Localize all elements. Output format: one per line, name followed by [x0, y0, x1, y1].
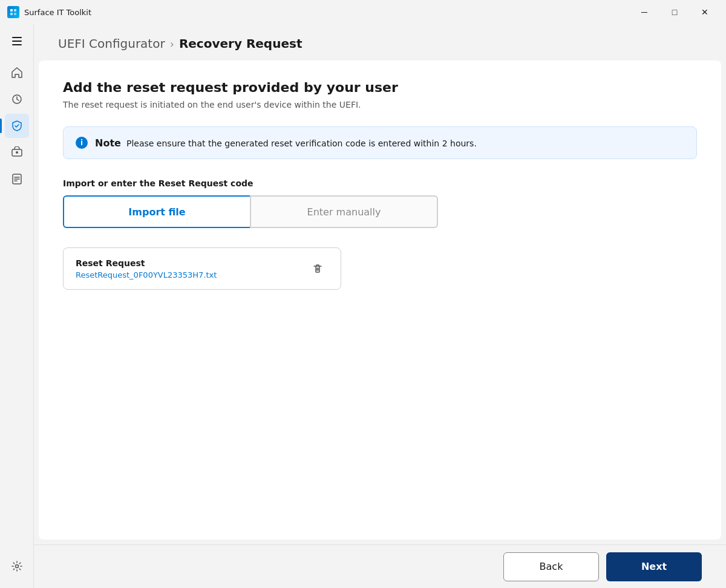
updates-icon: [11, 93, 23, 105]
sidebar-item-settings[interactable]: [5, 554, 29, 578]
svg-point-11: [15, 565, 18, 568]
minimize-button[interactable]: ─: [630, 2, 658, 22]
note-label: Note: [95, 137, 121, 149]
toggle-buttons: Import file Enter manually: [63, 195, 438, 228]
sidebar-item-home[interactable]: [5, 60, 29, 85]
home-icon: [11, 67, 23, 79]
sidebar-item-uefi[interactable]: [5, 114, 29, 138]
svg-point-6: [16, 151, 18, 154]
svg-rect-2: [10, 13, 13, 15]
deploy-icon: [11, 146, 23, 158]
sidebar-item-updates[interactable]: [5, 87, 29, 111]
footer: Back Next: [34, 544, 726, 588]
breadcrumb: UEFI Configurator › Recovery Request: [34, 24, 726, 60]
sidebar-nav: [5, 60, 29, 554]
reports-icon: [11, 173, 23, 185]
section-title: Add the reset request provided by your u…: [63, 80, 697, 95]
titlebar: Surface IT Toolkit ─ □ ✕: [0, 0, 726, 24]
svg-rect-1: [14, 9, 16, 11]
next-button[interactable]: Next: [606, 552, 702, 581]
file-title: Reset Request: [76, 258, 217, 268]
trash-icon: [312, 263, 324, 275]
close-button[interactable]: ✕: [691, 2, 719, 22]
breadcrumb-separator: ›: [170, 38, 174, 50]
sidebar-item-deploy[interactable]: [5, 140, 29, 165]
hamburger-line-3: [12, 44, 22, 45]
section-subtitle: The reset request is initiated on the en…: [63, 100, 697, 109]
gear-icon: [11, 560, 23, 572]
content-area: UEFI Configurator › Recovery Request Add…: [34, 24, 726, 588]
import-label: Import or enter the Reset Request code: [63, 178, 697, 188]
delete-button[interactable]: [307, 258, 329, 279]
hamburger-line-2: [12, 41, 22, 42]
main-layout: UEFI Configurator › Recovery Request Add…: [0, 24, 726, 588]
app-icon: [7, 6, 19, 18]
shield-icon: [11, 120, 23, 132]
file-card: Reset Request ResetRequest_0F00YVL23353H…: [63, 247, 341, 290]
back-button[interactable]: Back: [503, 552, 599, 581]
page-content: Add the reset request provided by your u…: [39, 60, 721, 540]
info-icon: i: [76, 137, 88, 149]
import-file-button[interactable]: Import file: [63, 195, 250, 228]
sidebar: [0, 24, 34, 588]
file-info: Reset Request ResetRequest_0F00YVL23353H…: [76, 258, 217, 279]
maximize-button[interactable]: □: [661, 2, 688, 22]
note-content: Note Please ensure that the generated re…: [95, 137, 477, 149]
sidebar-bottom: [5, 554, 29, 583]
breadcrumb-parent: UEFI Configurator: [58, 36, 165, 51]
enter-manually-button[interactable]: Enter manually: [250, 195, 438, 228]
hamburger-line-1: [12, 37, 22, 38]
titlebar-left: Surface IT Toolkit: [7, 6, 91, 18]
breadcrumb-current: Recovery Request: [179, 36, 302, 51]
svg-rect-3: [14, 13, 16, 15]
hamburger-menu[interactable]: [5, 29, 29, 53]
app-title: Surface IT Toolkit: [24, 8, 91, 17]
sidebar-item-reports[interactable]: [5, 167, 29, 191]
file-name: ResetRequest_0F00YVL23353H7.txt: [76, 270, 217, 279]
titlebar-controls: ─ □ ✕: [630, 2, 719, 22]
note-box: i Note Please ensure that the generated …: [63, 126, 697, 159]
svg-rect-0: [10, 9, 13, 11]
note-text: Please ensure that the generated reset v…: [126, 139, 477, 148]
